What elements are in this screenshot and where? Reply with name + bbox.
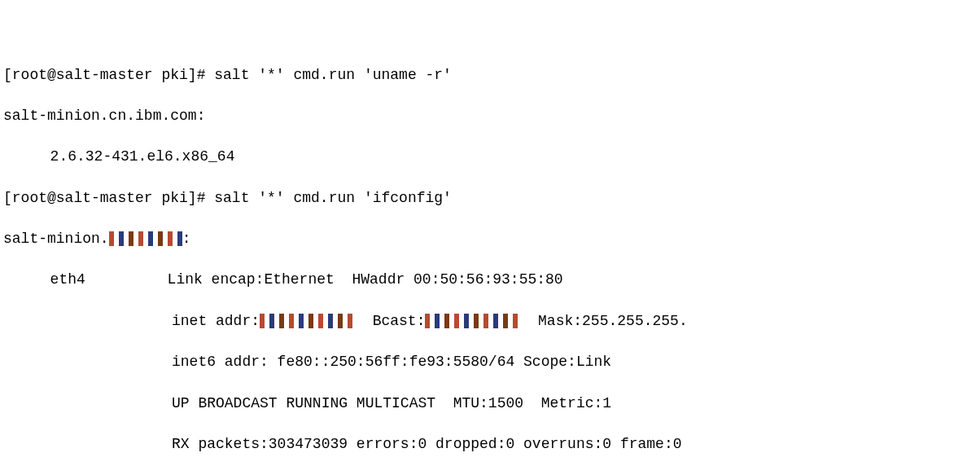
iface-eth4-header: eth4Link encap:Ethernet HWaddr 00:50:56:…: [3, 270, 977, 290]
iface-eth4-rx-packets: RX packets:303473039 errors:0 dropped:0 …: [3, 434, 977, 455]
prompt-line-1: [root@salt-master pki]# salt '*' cmd.run…: [3, 65, 977, 86]
command-1: salt '*' cmd.run 'uname -r': [214, 67, 452, 83]
shell-prompt[interactable]: [root@salt-master pki]#: [3, 190, 214, 206]
iface-eth4-flags: UP BROADCAST RUNNING MULTICAST MTU:1500 …: [3, 393, 977, 414]
redacted-domain: [109, 231, 182, 246]
redacted-inet-addr: [260, 314, 355, 328]
iface-eth4-inet: inet addr: Bcast: Mask:255.255.255.: [3, 311, 977, 332]
iface-eth4-inet6: inet6 addr: fe80::250:56ff:fe93:5580/64 …: [3, 352, 977, 372]
minion-hostname-1: salt-minion.cn.ibm.com:: [3, 106, 977, 126]
command-2: salt '*' cmd.run 'ifconfig': [214, 190, 452, 206]
redacted-bcast: [425, 314, 520, 328]
prompt-line-2: [root@salt-master pki]# salt '*' cmd.run…: [3, 188, 977, 209]
minion-hostname-2: salt-minion.:: [3, 229, 977, 249]
kernel-version: 2.6.32-431.el6.x86_64: [3, 147, 977, 167]
shell-prompt[interactable]: [root@salt-master pki]#: [3, 67, 214, 83]
